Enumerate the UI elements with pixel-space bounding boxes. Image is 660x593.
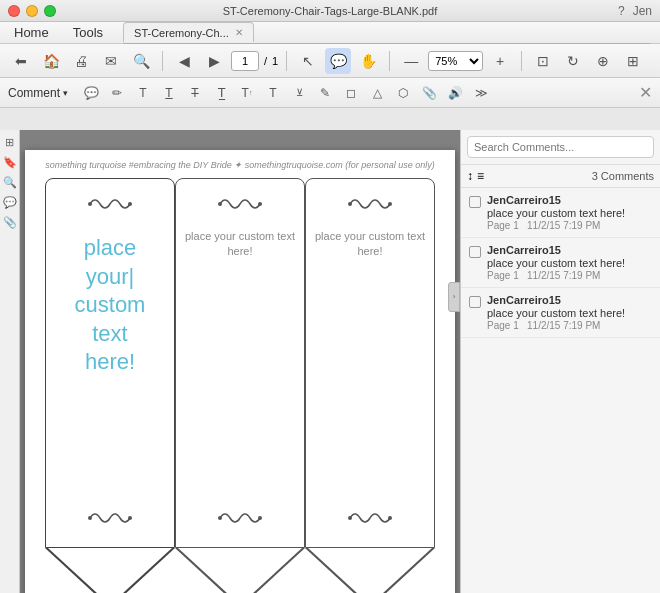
caret-btn[interactable]: T [262, 82, 284, 104]
document-tab[interactable]: ST-Ceremony-Ch... ✕ [123, 22, 254, 42]
close-button[interactable] [8, 5, 20, 17]
page-nav: / 1 [231, 51, 278, 71]
replace-btn[interactable]: ⊻ [288, 82, 310, 104]
bookmark-3-placeholder[interactable]: place your custom text here! [306, 229, 434, 260]
bookmark-2[interactable]: place your custom text here! [175, 178, 305, 593]
sidebar-attachments[interactable]: 📎 [2, 214, 18, 230]
page-input[interactable] [231, 51, 259, 71]
comment-toolbar: Comment ▾ 💬 ✏ T T T T̲ T↑ T ⊻ ✎ ◻ △ ⬡ 📎 … [0, 78, 660, 108]
zoom-in[interactable]: + [487, 48, 513, 74]
svg-point-7 [258, 516, 262, 520]
rotate-btn[interactable]: ↻ [560, 48, 586, 74]
bookmark-1-ornament-bottom [85, 508, 135, 532]
page-separator: / [264, 55, 267, 67]
bookmark-2-ornament-bottom [215, 508, 265, 532]
sidebar-thumbnails[interactable]: ⊞ [2, 134, 18, 150]
highlight-btn[interactable]: ✏ [106, 82, 128, 104]
bookmark-3[interactable]: place your custom text here! [305, 178, 435, 593]
sticky-note-btn[interactable]: 💬 [80, 82, 102, 104]
home-btn[interactable]: 🏠 [38, 48, 64, 74]
menu-bar: Home Tools ST-Ceremony-Ch... ✕ [0, 22, 660, 44]
title-bar-actions: ? Jen [618, 4, 652, 18]
tab-close-icon[interactable]: ✕ [235, 27, 243, 38]
comments-count: 3 Comments [592, 170, 654, 182]
page-total: 1 [272, 55, 278, 67]
svg-point-4 [218, 202, 222, 206]
stamp-btn[interactable]: ⬡ [392, 82, 414, 104]
sidebar-comments[interactable]: 💬 [2, 194, 18, 210]
comment-label: Comment ▾ [8, 86, 68, 100]
bookmark-3-ornament-bottom [345, 508, 395, 532]
sep3 [389, 51, 390, 71]
sidebar-bookmarks[interactable]: 🔖 [2, 154, 18, 170]
comment-3-meta: Page 1 11/2/15 7:19 PM [487, 320, 652, 331]
text-underline-btn[interactable]: T [158, 82, 180, 104]
bookmark-2-body: place your custom text here! [175, 178, 305, 548]
menu-home[interactable]: Home [10, 25, 53, 40]
superscript-btn[interactable]: T↑ [236, 82, 258, 104]
pencil-btn[interactable]: ✎ [314, 82, 336, 104]
prev-page-btn[interactable]: ◀ [171, 48, 197, 74]
comments-panel: ↕ ≡ 3 Comments JenCarreiro15 place your … [460, 130, 660, 593]
select-tool[interactable]: ↖ [295, 48, 321, 74]
hand-tool[interactable]: ✋ [355, 48, 381, 74]
bookmark-2-tail [175, 548, 305, 593]
search-btn[interactable]: 🔍 [128, 48, 154, 74]
eraser-btn[interactable]: ◻ [340, 82, 362, 104]
comment-item-2[interactable]: JenCarreiro15 place your custom text her… [461, 238, 660, 288]
text-strikethrough-btn[interactable]: T [184, 82, 206, 104]
comment-1-checkbox[interactable] [469, 196, 481, 208]
maximize-button[interactable] [44, 5, 56, 17]
window-controls[interactable] [8, 5, 56, 17]
next-page-btn[interactable]: ▶ [201, 48, 227, 74]
bookmark-2-placeholder[interactable]: place your custom text here! [176, 229, 304, 260]
shape-btn[interactable]: △ [366, 82, 388, 104]
svg-point-9 [388, 202, 392, 206]
search-comments-input[interactable] [467, 136, 654, 158]
text-tool-btn[interactable]: T [132, 82, 154, 104]
comment-item-1[interactable]: JenCarreiro15 place your custom text her… [461, 188, 660, 238]
comment-3-text: place your custom text here! [487, 307, 652, 319]
underline2-btn[interactable]: T̲ [210, 82, 232, 104]
comment-3-author: JenCarreiro15 [487, 294, 652, 306]
comment-2-author: JenCarreiro15 [487, 244, 652, 256]
comment-3-checkbox[interactable] [469, 296, 481, 308]
svg-point-1 [128, 202, 132, 206]
help-icon[interactable]: ? [618, 4, 625, 18]
bookmark-1-custom-text[interactable]: placeyour|customtexthere! [75, 234, 146, 377]
minimize-button[interactable] [26, 5, 38, 17]
comment-1-meta: Page 1 11/2/15 7:19 PM [487, 220, 652, 231]
svg-point-6 [218, 516, 222, 520]
email-btn[interactable]: ✉ [98, 48, 124, 74]
svg-point-10 [348, 516, 352, 520]
comment-2-meta: Page 1 11/2/15 7:19 PM [487, 270, 652, 281]
back-btn[interactable]: ⬅ [8, 48, 34, 74]
comment-close-btn[interactable]: ✕ [639, 83, 652, 102]
audio-btn[interactable]: 🔊 [444, 82, 466, 104]
sort-icon[interactable]: ↕ [467, 169, 473, 183]
crop-btn[interactable]: ⊕ [590, 48, 616, 74]
zoom-select[interactable]: 75% 100% 150% [428, 51, 483, 71]
comment-chevron: ▾ [63, 88, 68, 98]
user-label[interactable]: Jen [633, 4, 652, 18]
menu-tools[interactable]: Tools [69, 25, 107, 40]
comment-item-3[interactable]: JenCarreiro15 place your custom text her… [461, 288, 660, 338]
title-bar: ST-Ceremony-Chair-Tags-Large-BLANK.pdf ?… [0, 0, 660, 22]
split-btn[interactable]: ⊞ [620, 48, 646, 74]
comment-1-content: JenCarreiro15 place your custom text her… [487, 194, 652, 231]
pdf-view-area: something turquoise #embracing the DIY B… [20, 130, 460, 593]
sidebar-search[interactable]: 🔍 [2, 174, 18, 190]
zoom-out[interactable]: — [398, 48, 424, 74]
filter-icon[interactable]: ≡ [477, 169, 484, 183]
fit-page[interactable]: ⊡ [530, 48, 556, 74]
more-btn[interactable]: ≫ [470, 82, 492, 104]
pdf-header: something turquoise #embracing the DIY B… [35, 160, 445, 170]
search-comments-area [461, 130, 660, 165]
attach-btn[interactable]: 📎 [418, 82, 440, 104]
comment-2-checkbox[interactable] [469, 246, 481, 258]
print-btn[interactable]: 🖨 [68, 48, 94, 74]
comment-2-content: JenCarreiro15 place your custom text her… [487, 244, 652, 281]
bookmark-1[interactable]: placeyour|customtexthere! [45, 178, 175, 593]
comment-tool[interactable]: 💬 [325, 48, 351, 74]
panel-collapse-handle[interactable]: › [448, 282, 460, 312]
